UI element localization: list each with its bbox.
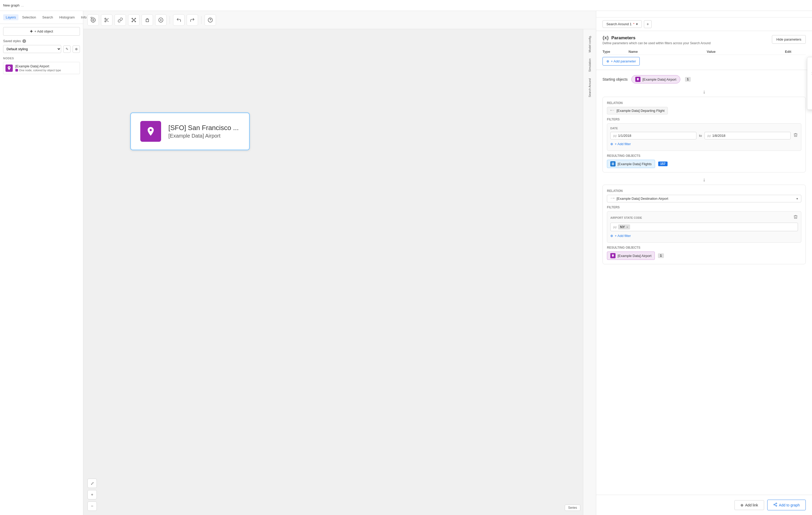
tab-search[interactable]: Search	[40, 14, 56, 20]
relation-select-icon-2	[610, 196, 614, 201]
col-name: Name	[629, 50, 707, 54]
tool-help-btn[interactable]	[205, 14, 216, 26]
resulting-chip-1[interactable]: [Example Data] Flights	[607, 160, 655, 168]
node-sub: One node, colored by object type	[16, 69, 61, 72]
starting-obj-name: [Example Data] Airport	[643, 78, 676, 82]
left-sidebar: Layers Selection Search Histogram Info «…	[0, 11, 83, 515]
filter-to-input[interactable]: (x) 1/8/2018	[704, 132, 791, 140]
relation-block-1: Relation [Example Data] Departing Flight…	[603, 97, 806, 173]
add-link-label: Add link	[745, 503, 758, 507]
airport-filter-header: AIRPORT STATE CODE	[610, 215, 798, 220]
resulting-name-1: [Example Data] Flights	[617, 162, 652, 166]
style-select[interactable]: Default styling	[3, 45, 61, 53]
add-filter-label-2: + Add filter	[615, 234, 631, 238]
right-panel-body: Starting objects [Example Data] Airport …	[596, 70, 812, 495]
ny-chip-close[interactable]: ×	[627, 225, 628, 229]
resulting-airport-chip[interactable]: [Example Data] Airport	[607, 251, 655, 260]
tool-cluster-btn[interactable]	[128, 14, 140, 26]
ny-chip-wrap[interactable]: (x) NY ×	[610, 223, 798, 231]
graph-node[interactable]: [SFO] San Francisco ... [Example Data] A…	[130, 112, 250, 150]
tab-info[interactable]: Info	[78, 14, 89, 20]
airport-filter-block: AIRPORT STATE CODE (x) NY × ⊕ + Add filt…	[607, 211, 801, 243]
info-icon: i	[22, 39, 26, 43]
tab-dropdown-icon: ▾	[636, 22, 638, 26]
filter-from-input[interactable]: (x) 1/1/2018	[610, 132, 696, 140]
filter-param-icon-1: (x)	[613, 134, 616, 137]
dropdown-boolean[interactable]: ▬ Boolean	[807, 78, 812, 88]
svg-rect-34	[612, 163, 614, 163]
relation-chip-1[interactable]: [Example Data] Departing Flight	[607, 107, 668, 115]
add-filter-btn-2[interactable]: ⊕ + Add filter	[610, 232, 798, 239]
relation-select-2[interactable]: [Example Data] Destination Airport ▾	[607, 195, 801, 202]
svg-point-7	[105, 21, 106, 22]
dropdown-date[interactable]: ▦ Date	[807, 88, 812, 98]
dropdown-timestamp[interactable]: ⏱ Timestamp	[807, 98, 812, 108]
col-type: Type	[603, 50, 629, 54]
node-info: [Example Data] Airport One node, colored…	[16, 64, 61, 72]
node-color-dot	[16, 69, 18, 71]
svg-rect-35	[612, 163, 614, 164]
tab-add-btn[interactable]: +	[644, 20, 652, 28]
plus-icon: ✚	[30, 29, 33, 33]
svg-point-6	[105, 18, 106, 19]
arrow-down-1: ↓	[603, 89, 806, 95]
tool-undo-btn[interactable]	[173, 14, 184, 26]
svg-point-13	[135, 18, 136, 19]
add-style-btn[interactable]: ⊕	[72, 46, 80, 53]
arrow-down-2: ↓	[603, 177, 806, 183]
filter-param-icon-3: (x)	[613, 225, 616, 229]
svg-marker-20	[146, 19, 149, 22]
canvas-fit-btn[interactable]: ⤢	[87, 479, 97, 488]
parameters-section: {x} Parameters Define parameters which c…	[596, 31, 812, 70]
tool-link-btn[interactable]	[115, 14, 126, 26]
add-object-button[interactable]: ✚ + Add object	[3, 27, 80, 36]
saved-styles-label: Saved styles	[3, 39, 21, 43]
add-filter-icon-2: ⊕	[610, 234, 613, 238]
dropdown-string[interactable]: " String	[807, 59, 812, 69]
sidebar-collapse-btn[interactable]: «	[90, 15, 93, 20]
tool-close-btn[interactable]	[155, 14, 167, 26]
dropdown-number[interactable]: 123 Number	[807, 69, 812, 78]
edit-style-btn[interactable]: ✎	[63, 46, 70, 53]
hide-parameters-btn[interactable]: Hide parameters	[772, 35, 806, 44]
canvas-zoom-in-btn[interactable]: +	[87, 490, 97, 499]
canvas-zoom-out-btn[interactable]: −	[87, 502, 97, 511]
svg-point-39	[613, 198, 614, 199]
svg-point-41	[774, 504, 775, 505]
graph-node-icon	[140, 121, 161, 142]
filter-delete-btn-2[interactable]	[793, 215, 798, 220]
filter-delete-btn-1[interactable]	[793, 133, 798, 139]
tab-histogram[interactable]: Histogram	[57, 14, 77, 20]
side-tab-search-around[interactable]: Search Around	[587, 76, 592, 99]
tool-redo-btn[interactable]	[186, 14, 198, 26]
tool-scissors-btn[interactable]	[101, 14, 112, 26]
tool-filter-btn[interactable]	[142, 14, 153, 26]
add-link-btn[interactable]: ⊕ Add link	[734, 500, 764, 510]
svg-line-19	[134, 20, 135, 21]
tab-layers[interactable]: Layers	[3, 14, 19, 20]
parameters-title-row: {x} Parameters	[603, 35, 711, 40]
add-parameter-btn[interactable]: ⊕ + Add parameter	[603, 57, 640, 65]
svg-line-44	[775, 504, 776, 504]
saved-styles-row: Saved styles i	[3, 39, 80, 43]
side-tab-model-config[interactable]: Model config.	[587, 33, 592, 54]
search-around-tab-1[interactable]: Search Around 1 * ▾	[603, 20, 642, 28]
add-filter-btn-1[interactable]: ⊕ + Add filter	[610, 141, 798, 148]
add-to-graph-btn[interactable]: Add to graph	[767, 499, 806, 510]
sidebar-tabs: Layers Selection Search Histogram Info «	[0, 11, 83, 24]
parameters-header: {x} Parameters Define parameters which c…	[603, 35, 806, 45]
side-tab-simulation[interactable]: Simulation	[587, 56, 592, 74]
airport-code-label: AIRPORT STATE CODE	[610, 216, 642, 219]
add-object-label: + Add object	[34, 29, 53, 33]
filter-to-value: 1/8/2018	[712, 134, 726, 138]
starting-obj-chip[interactable]: [Example Data] Airport	[631, 75, 680, 84]
relation-chip-name-1: [Example Data] Departing Flight	[616, 109, 664, 113]
tab-selection[interactable]: Selection	[20, 14, 38, 20]
filter-block-1: DATE (x) 1/1/2018 to (x) 1/8/2018	[607, 123, 801, 151]
relation-chip-icon-1	[610, 109, 614, 113]
svg-point-42	[776, 505, 777, 507]
add-link-icon: ⊕	[741, 503, 744, 507]
svg-point-31	[611, 110, 611, 111]
right-panel-footer: ⊕ Add link Add to graph	[596, 495, 812, 515]
node-item[interactable]: [Example Data] Airport One node, colored…	[3, 62, 80, 74]
